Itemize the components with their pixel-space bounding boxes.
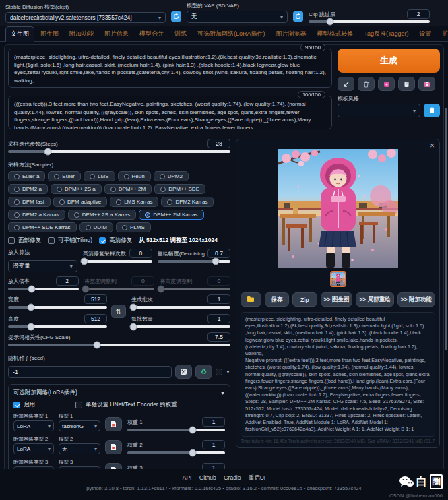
sampler-option[interactable]: DPM2 <box>154 171 189 181</box>
send-to-img2img-button[interactable]: >> 图生图 <box>321 292 353 307</box>
sampler-option[interactable]: DPM++ SDE Karras <box>8 222 77 232</box>
tab-png-info[interactable]: 图片信息 <box>100 27 133 41</box>
collapse-caret-icon[interactable]: ▼ <box>220 391 225 396</box>
sampler-option[interactable]: Euler <box>48 171 81 181</box>
tab-extensions[interactable]: 扩展 <box>438 27 448 41</box>
extra-seed-checkbox[interactable] <box>216 369 222 375</box>
clip-skip-label: Clip 跳过层 <box>309 11 335 18</box>
tab-model-converter[interactable]: 模型格式转换 <box>313 27 358 41</box>
tab-tagger[interactable]: Tag反推(Tagger) <box>360 27 414 41</box>
sampler-label: 采样方法(Sampler) <box>8 162 53 168</box>
tab-train[interactable]: 训练 <box>170 27 191 41</box>
checkbox-checked-icon <box>99 237 106 244</box>
generation-info: (masterpiece, sidelighting, ultra-detail… <box>241 312 435 437</box>
vae-select[interactable]: 无 ▾ <box>187 11 288 23</box>
clip-skip-value[interactable]: 2 <box>407 9 430 19</box>
refresh-checkpoints-button[interactable] <box>171 11 181 22</box>
sampler-option-selected[interactable]: DPM++ 2M Karras <box>139 210 203 220</box>
model-select[interactable]: dalceforealistictallyv2.safetensors [733… <box>5 12 166 23</box>
save-button[interactable]: 保存 <box>265 292 289 307</box>
tiling-checkbox[interactable]: 可平铺(Tiling) <box>48 237 92 245</box>
open-folder-button[interactable] <box>241 292 261 307</box>
face-restore-checkbox[interactable]: 面部修复 <box>8 237 41 245</box>
lora-type-select[interactable]: LoRA▾ <box>13 420 54 431</box>
chevron-down-icon: ▾ <box>48 446 51 452</box>
result-thumbnail[interactable] <box>330 271 346 287</box>
upscale-by-slider: 放大倍率2 <box>8 276 79 290</box>
tab-settings[interactable]: 设置 <box>415 27 437 41</box>
seed-input[interactable] <box>8 366 172 378</box>
style-card-button[interactable] <box>398 77 415 91</box>
send-to-extras-button[interactable]: >> 附加功能 <box>397 292 435 307</box>
lora-enable-checkbox[interactable]: 启用 <box>13 401 35 409</box>
lora-model-info-button[interactable] <box>105 417 122 431</box>
sampler-option[interactable]: DPM++ 2S a Karras <box>68 210 137 220</box>
lora-model-info-button[interactable] <box>105 440 122 454</box>
sampler-option[interactable]: DPM++ 2M <box>104 184 152 194</box>
upscaler-select[interactable]: 潜变量 ▾ <box>8 260 77 272</box>
clip-skip-track[interactable] <box>309 20 430 23</box>
sampler-option[interactable]: Euler a <box>8 171 45 181</box>
sampler-option[interactable]: LMS <box>84 171 115 181</box>
generate-button[interactable]: 生成 <box>338 49 440 73</box>
reuse-seed-button[interactable]: ♻ <box>195 365 212 379</box>
random-seed-button[interactable] <box>175 365 192 379</box>
paste-arrow-button[interactable] <box>338 77 354 91</box>
extra-networks-button[interactable] <box>378 77 395 91</box>
sampler-option[interactable]: DPM adaptive <box>53 197 107 207</box>
radio-icon <box>160 174 165 179</box>
footer-link-restart-ui[interactable]: 重启UI <box>249 474 266 481</box>
steps-slider: 采样迭代步数(Steps) 28 <box>8 139 230 153</box>
tab-checkpoint-merger[interactable]: 模型合并 <box>135 27 168 41</box>
close-icon[interactable]: × <box>430 141 435 150</box>
lora-separate-weights-checkbox[interactable]: 单独设置 UNet/Text Encoder 的权重 <box>75 401 177 409</box>
sampler-option[interactable]: DPM++ 2S a <box>51 184 102 194</box>
radio-icon <box>14 212 20 218</box>
footer-link-api[interactable]: API <box>183 474 192 481</box>
lora-model-select[interactable]: fashionG▾ <box>59 420 100 431</box>
chevron-down-icon: ▾ <box>48 423 51 429</box>
lora-model-select[interactable]: 无▾ <box>59 443 100 454</box>
info-negative: Negative prompt: (((extra feet))),3 feet… <box>245 357 430 398</box>
radio-icon <box>167 199 172 205</box>
hires-note: 从 512x512 调整至 1024x1024 <box>139 237 218 245</box>
scrollbar[interactable] <box>445 108 447 350</box>
sampler-option[interactable]: LMS Karras <box>110 197 158 207</box>
clip-skip-slider: Clip 跳过层 2 <box>309 9 430 23</box>
send-to-inpaint-button[interactable]: >> 局部重绘 <box>356 292 393 307</box>
watermark-badge: 圈 <box>430 474 443 489</box>
sampler-option[interactable]: DPM++ SDE <box>154 184 205 194</box>
apply-style-button[interactable] <box>424 104 440 117</box>
zip-button[interactable]: Zip <box>292 292 317 307</box>
sampler-option[interactable]: PLMS <box>116 222 151 232</box>
style-select[interactable]: ▾ <box>338 104 420 117</box>
sampler-option[interactable]: DDIM <box>79 222 113 232</box>
steps-value[interactable]: 28 <box>207 139 230 148</box>
sampler-option[interactable]: DPM fast <box>8 197 51 207</box>
top-bar: Stable Diffusion 模型(ckpt) dalceforealist… <box>0 0 448 26</box>
footer-link-gradio[interactable]: Gradio <box>224 474 241 481</box>
hires-fix-checkbox[interactable]: 高清修复 <box>99 237 132 245</box>
sampler-option[interactable]: DPM2 a <box>8 184 48 194</box>
clear-prompt-button[interactable] <box>358 77 375 91</box>
tab-txt2img[interactable]: 文生图 <box>5 26 34 42</box>
tab-extras[interactable]: 附加功能 <box>65 27 98 41</box>
clip-skip-knob[interactable] <box>327 18 334 26</box>
sampler-option[interactable]: DPM2 a Karras <box>8 210 65 220</box>
prompt-input[interactable]: (masterpiece, sidelighting, ultra-detail… <box>8 49 332 88</box>
save-style-button[interactable] <box>418 77 435 91</box>
lora-type-select[interactable]: LoRA▾ <box>13 443 54 454</box>
sampler-option[interactable]: DPM2 Karras <box>161 197 214 207</box>
radio-icon <box>54 174 59 179</box>
palette-icon <box>383 81 390 88</box>
checkbox-checked-icon <box>13 402 20 408</box>
footer-link-github[interactable]: Github <box>199 474 216 481</box>
tab-additional-networks[interactable]: 可选附加网络(LoRA插件) <box>193 27 270 41</box>
refresh-vae-button[interactable] <box>293 11 303 22</box>
swap-dimensions-button[interactable]: ⇅ <box>111 305 126 318</box>
sampler-option[interactable]: Heun <box>118 171 151 181</box>
tab-img2img[interactable]: 图生图 <box>36 27 63 41</box>
tab-image-browser[interactable]: 图片浏览器 <box>271 27 311 41</box>
generated-image[interactable] <box>241 144 435 268</box>
negative-prompt-input[interactable]: (((extra feet))),3 feet,more than two fe… <box>8 96 332 129</box>
